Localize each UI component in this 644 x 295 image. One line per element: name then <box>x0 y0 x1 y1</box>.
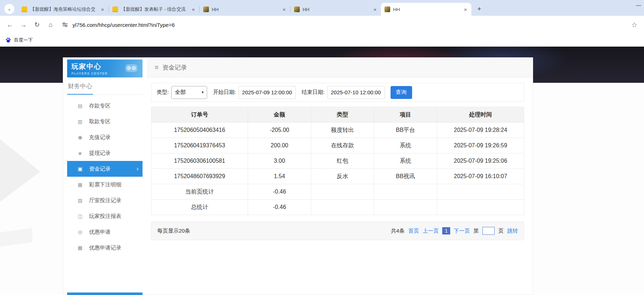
cell-amount: -0.46 <box>248 184 311 200</box>
cell-order-no: 1752060419376453 <box>151 138 248 153</box>
close-icon[interactable]: × <box>282 6 286 13</box>
first-page-link[interactable]: 首页 <box>408 228 419 234</box>
close-icon[interactable]: × <box>100 6 105 13</box>
players-center-header: 玩家中心 PLAYERS CENTER <box>67 60 143 77</box>
sidebar-item-recharge-records[interactable]: ◉ 充值记录 <box>67 129 143 145</box>
start-date-input[interactable] <box>238 86 296 99</box>
sidebar-item-withdraw[interactable]: ▥ 取款专区 <box>67 114 143 129</box>
page-suffix-label: 页 <box>498 228 504 234</box>
type-label: 类型: <box>157 89 169 96</box>
cell-time: 2025-07-09 16:10:07 <box>437 169 524 184</box>
browser-tab-5-active[interactable]: HH × <box>381 3 471 16</box>
sidebar-item-player-bet-report[interactable]: ◫ 玩家投注报表 <box>67 208 143 224</box>
jump-link[interactable]: 跳转 <box>507 228 518 234</box>
home-button[interactable]: ⌂ <box>45 19 57 31</box>
plus-icon: + <box>477 5 481 13</box>
cell-time: 2025-07-09 19:28:24 <box>437 123 524 138</box>
cell-empty <box>437 184 524 200</box>
prev-page-link[interactable]: 上一页 <box>423 228 439 234</box>
hh-favicon-icon <box>384 6 390 12</box>
query-button[interactable]: 查询 <box>391 86 412 99</box>
sidebar-item-label: 优惠申请记录 <box>89 244 121 251</box>
hh-favicon-icon <box>294 6 300 12</box>
sidebar-item-deposit[interactable]: ▤ 存款专区 <box>67 98 143 114</box>
start-date-label: 开始日期: <box>213 89 236 96</box>
star-icon: ☆ <box>631 21 637 29</box>
type-select[interactable]: 全部 ▾ <box>171 86 207 99</box>
pagination-bar: 每页显示20条 共4条 首页 上一页 1 下一页 第 页 跳转 <box>151 222 524 240</box>
browser-toolbar: ← → ↻ ⌂ yl756.com/hhcp/usercenter.html?i… <box>0 16 644 34</box>
cell-time: 2025-07-09 19:26:59 <box>437 138 524 153</box>
fund-records-table: 订单号 金额 类型 项目 处理时间 1752060504063416 -205.… <box>151 107 524 215</box>
sidebar-item-promo-apply[interactable]: ◎ 优惠申请 <box>67 224 143 240</box>
lottery-bet-details-icon: ▦ <box>77 182 83 187</box>
cell-empty <box>374 200 437 215</box>
sidebar-item-promo-apply-records[interactable]: ▩ 优惠申请记录 <box>67 240 143 256</box>
sidebar-item-label: 厅室投注记录 <box>89 197 121 204</box>
jump-page-input[interactable] <box>482 227 495 235</box>
hamburger-icon: ≡ <box>155 64 159 71</box>
sidebar-item-hall-bet-records[interactable]: ▧ 厅室投注记录 <box>67 192 143 208</box>
cell-empty <box>311 184 374 200</box>
cell-amount: 1.54 <box>248 169 311 184</box>
background-decoration <box>0 228 32 247</box>
cell-amount: -205.00 <box>248 123 311 138</box>
tab-title: 【新提醒】海燕策略论坛综合交 <box>30 6 97 13</box>
new-tab-button[interactable]: + <box>474 4 484 14</box>
sidebar-section-title: 财务中心 <box>67 77 143 95</box>
sidebar-item-label: 优惠申请 <box>89 229 111 235</box>
next-page-link[interactable]: 下一页 <box>454 228 470 234</box>
reload-icon: ↻ <box>34 21 39 29</box>
current-page-indicator[interactable]: 1 <box>442 227 450 234</box>
cell-empty <box>311 200 374 215</box>
cell-label: 当前页统计 <box>151 184 248 200</box>
url-text[interactable]: yl756.com/hhcp/usercenter.html?iniType=6 <box>73 22 175 28</box>
tab-title: HH <box>393 7 460 12</box>
cell-empty <box>374 184 437 200</box>
browser-tab-3[interactable]: HH × <box>200 3 290 16</box>
end-date-input[interactable] <box>327 86 385 99</box>
browser-tab-4[interactable]: HH × <box>290 3 381 16</box>
sidebar-item-label: 取款专区 <box>89 118 111 125</box>
sidebar-item-label: 存款专区 <box>89 103 111 109</box>
sidebar-item-label: 资金记录 <box>89 166 111 172</box>
page-prefix-label: 第 <box>473 228 479 234</box>
window-minimize-button[interactable]: — <box>636 2 641 8</box>
cell-label: 总统计 <box>151 200 248 215</box>
close-icon[interactable]: × <box>463 6 468 13</box>
type-select-value: 全部 <box>175 89 186 96</box>
cell-type: 红包 <box>311 153 374 169</box>
browser-tab-1[interactable]: 【新提醒】海燕策略论坛综合交 × <box>18 3 108 16</box>
col-header-project: 项目 <box>374 107 437 123</box>
site-info-icon[interactable] <box>62 22 68 28</box>
close-icon[interactable]: × <box>191 6 196 13</box>
total-count-label: 共4条 <box>391 228 405 234</box>
reload-button[interactable]: ↻ <box>31 19 43 31</box>
tab-title: HH <box>303 7 370 12</box>
bookmark-baidu[interactable]: 百度一下 <box>5 37 33 43</box>
table-header-row: 订单号 金额 类型 项目 处理时间 <box>151 107 524 123</box>
tab-search-button[interactable]: ⌄ <box>4 4 14 14</box>
tab-title: HH <box>212 7 279 12</box>
sidebar-item-withdrawal-records[interactable]: ◈ 提现记录 <box>67 145 143 161</box>
cell-order-no: 1752048607693929 <box>151 169 248 184</box>
sidebar-item-lottery-bet-details[interactable]: ▦ 彩票下注明细 <box>67 177 143 192</box>
fund-records-icon: ▣ <box>77 166 83 172</box>
sidebar-item-fund-records[interactable]: ▣ 资金记录 › <box>67 161 143 177</box>
bookmark-star-button[interactable]: ☆ <box>628 19 640 31</box>
deposit-icon: ▤ <box>77 103 83 109</box>
tab-title: 【新提醒】发表帖子 - 综合交流 <box>121 6 188 13</box>
col-header-order-no: 订单号 <box>151 107 248 123</box>
cell-order-no: 1752060504063416 <box>151 123 248 138</box>
table-row-grand-total: 总统计 -0.46 <box>151 200 524 215</box>
back-button[interactable]: ← <box>4 19 16 31</box>
cell-amount: 3.00 <box>248 153 311 169</box>
sidebar-next-section-bar <box>67 292 143 295</box>
browser-tab-bar: ⌄ 【新提醒】海燕策略论坛综合交 × 【新提醒】发表帖子 - 综合交流 × HH… <box>0 0 644 16</box>
sidebar-subtitle: PLAYERS CENTER <box>71 72 143 75</box>
address-bar[interactable]: yl756.com/hhcp/usercenter.html?iniType=6 <box>58 22 627 28</box>
page-size-label: 每页显示20条 <box>157 228 190 234</box>
close-icon[interactable]: × <box>373 6 377 13</box>
forward-button[interactable]: → <box>17 19 29 31</box>
browser-tab-2[interactable]: 【新提醒】发表帖子 - 综合交流 × <box>109 3 199 16</box>
